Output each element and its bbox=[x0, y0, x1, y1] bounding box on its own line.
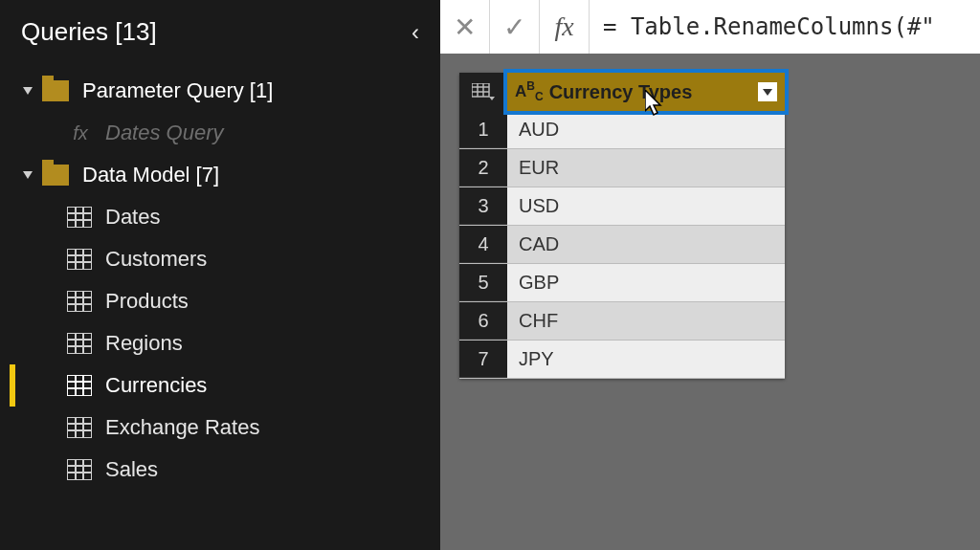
column-filter-dropdown[interactable] bbox=[758, 82, 777, 101]
table-row[interactable]: 6 CHF bbox=[459, 302, 785, 341]
cell[interactable]: CAD bbox=[507, 226, 785, 263]
table-row[interactable]: 1 AUD bbox=[459, 111, 785, 149]
folder-parameter-query[interactable]: Parameter Query [1] bbox=[10, 70, 440, 112]
table-icon bbox=[67, 417, 92, 438]
grid-header-row: ABC Currency Types bbox=[459, 73, 785, 111]
svg-rect-0 bbox=[67, 207, 92, 228]
query-item-customers[interactable]: Customers bbox=[10, 238, 440, 280]
svg-rect-15 bbox=[67, 333, 92, 354]
table-row[interactable]: 2 EUR bbox=[459, 149, 785, 187]
cell[interactable]: EUR bbox=[507, 149, 785, 187]
cell[interactable]: USD bbox=[507, 187, 785, 225]
svg-rect-30 bbox=[67, 459, 92, 480]
folder-label: Data Model [7] bbox=[82, 163, 219, 187]
table-icon bbox=[67, 459, 92, 480]
column-name-label: Currency Types bbox=[549, 81, 752, 103]
query-item-regions[interactable]: Regions bbox=[10, 322, 440, 364]
svg-rect-25 bbox=[67, 417, 92, 438]
commit-formula-button[interactable]: ✓ bbox=[490, 0, 540, 54]
table-icon bbox=[67, 249, 92, 270]
cell[interactable]: AUD bbox=[507, 111, 785, 148]
query-item-label: Customers bbox=[105, 247, 207, 272]
main-pane: ✕ ✓ fx = Table.RenameColumns(#" ABC Curr… bbox=[440, 0, 980, 550]
chevron-down-icon bbox=[23, 171, 33, 179]
folder-data-model[interactable]: Data Model [7] bbox=[10, 154, 440, 196]
query-item-sales[interactable]: Sales bbox=[10, 449, 440, 491]
svg-rect-20 bbox=[67, 375, 92, 396]
queries-sidebar: Queries [13] ‹ Parameter Query [1] fx Da… bbox=[0, 0, 440, 550]
cell[interactable]: CHF bbox=[507, 302, 785, 340]
query-item-label: Dates bbox=[105, 205, 160, 230]
chevron-down-icon bbox=[23, 87, 33, 95]
query-tree: Parameter Query [1] fx Dates Query Data … bbox=[0, 70, 440, 491]
query-item-currencies[interactable]: Currencies bbox=[10, 364, 440, 407]
row-number: 3 bbox=[459, 187, 507, 225]
select-all-table-button[interactable] bbox=[459, 73, 507, 111]
table-icon bbox=[67, 291, 92, 312]
data-grid: ABC Currency Types 1 AUD 2 EUR 3 USD 4 C… bbox=[459, 73, 785, 379]
svg-rect-10 bbox=[67, 291, 92, 312]
table-icon bbox=[67, 333, 92, 354]
cancel-formula-button[interactable]: ✕ bbox=[440, 0, 490, 54]
row-number: 6 bbox=[459, 302, 507, 340]
sidebar-title: Queries [13] bbox=[21, 17, 157, 47]
query-item-label: Currencies bbox=[105, 373, 207, 398]
table-row[interactable]: 4 CAD bbox=[459, 226, 785, 264]
column-header-currency-types[interactable]: ABC Currency Types bbox=[507, 73, 785, 111]
folder-icon bbox=[42, 80, 69, 101]
svg-marker-40 bbox=[489, 97, 495, 100]
query-item-label: Exchange Rates bbox=[105, 415, 259, 440]
query-item-products[interactable]: Products bbox=[10, 280, 440, 322]
formula-bar: ✕ ✓ fx = Table.RenameColumns(#" bbox=[440, 0, 980, 54]
text-type-icon: ABC bbox=[515, 79, 544, 103]
table-row[interactable]: 3 USD bbox=[459, 187, 785, 226]
cell[interactable]: JPY bbox=[507, 341, 785, 378]
query-item-dates-query[interactable]: fx Dates Query bbox=[10, 112, 440, 154]
query-item-exchange-rates[interactable]: Exchange Rates bbox=[10, 407, 440, 449]
row-number: 4 bbox=[459, 226, 507, 263]
query-item-label: Products bbox=[105, 289, 189, 314]
row-number: 2 bbox=[459, 149, 507, 187]
function-icon: fx bbox=[67, 122, 94, 144]
row-number: 7 bbox=[459, 341, 507, 378]
query-item-label: Dates Query bbox=[105, 121, 224, 145]
table-row[interactable]: 7 JPY bbox=[459, 341, 785, 379]
query-item-label: Regions bbox=[105, 331, 183, 356]
svg-rect-35 bbox=[472, 83, 489, 97]
table-row[interactable]: 5 GBP bbox=[459, 264, 785, 302]
collapse-sidebar-button[interactable]: ‹ bbox=[412, 19, 419, 46]
row-number: 1 bbox=[459, 111, 507, 148]
row-number: 5 bbox=[459, 264, 507, 301]
query-item-dates[interactable]: Dates bbox=[10, 196, 440, 238]
svg-rect-5 bbox=[67, 249, 92, 270]
folder-icon bbox=[42, 165, 69, 186]
fx-button[interactable]: fx bbox=[540, 0, 590, 54]
table-icon bbox=[67, 375, 92, 396]
formula-input[interactable]: = Table.RenameColumns(#" bbox=[590, 13, 980, 40]
table-icon bbox=[67, 207, 92, 228]
grid-body: 1 AUD 2 EUR 3 USD 4 CAD 5 GBP 6 CHF bbox=[459, 111, 785, 379]
folder-label: Parameter Query [1] bbox=[82, 78, 273, 103]
cell[interactable]: GBP bbox=[507, 264, 785, 301]
query-item-label: Sales bbox=[105, 457, 158, 482]
sidebar-header: Queries [13] ‹ bbox=[0, 0, 440, 70]
